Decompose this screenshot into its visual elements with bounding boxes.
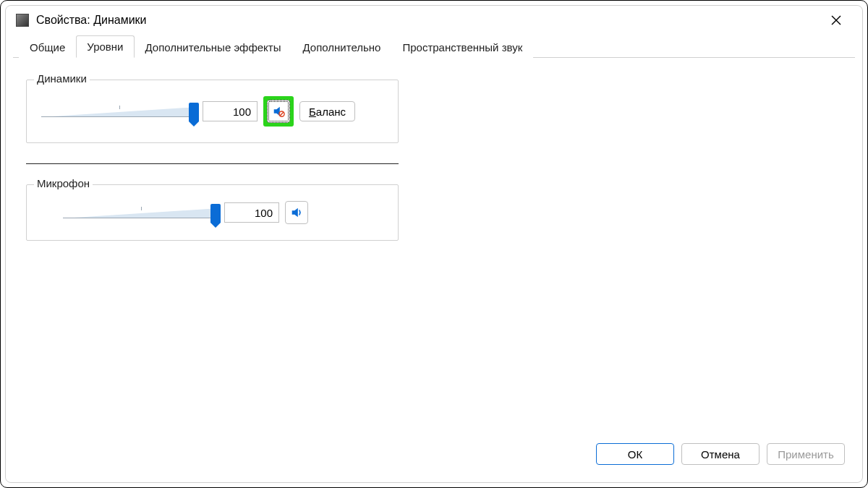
speaker-muted-icon <box>272 105 285 118</box>
close-button[interactable] <box>820 9 852 31</box>
speakers-group: Динамики <box>26 80 399 143</box>
microphone-label: Микрофон <box>34 177 93 189</box>
microphone-slider[interactable] <box>63 204 218 221</box>
dialog-content: Общие Уровни Дополнительные эффекты Допо… <box>6 35 862 482</box>
speakers-value[interactable] <box>203 101 258 121</box>
ok-button[interactable]: ОК <box>596 443 674 465</box>
cancel-button[interactable]: Отмена <box>681 443 760 465</box>
speakers-label: Динамики <box>34 72 90 85</box>
tab-advanced[interactable]: Дополнительно <box>292 36 391 58</box>
balance-rest: аланс <box>316 106 346 118</box>
speakers-slider[interactable] <box>41 103 197 120</box>
titlebar: Свойства: Динамики <box>6 6 862 35</box>
window-title: Свойства: Динамики <box>36 14 820 27</box>
tab-general[interactable]: Общие <box>19 36 76 58</box>
tab-spatial[interactable]: Пространственный звук <box>391 36 533 58</box>
tab-levels[interactable]: Уровни <box>76 35 134 58</box>
tab-strip: Общие Уровни Дополнительные эффекты Допо… <box>13 35 855 58</box>
microphone-row <box>41 201 383 224</box>
microphone-group: Микрофон <box>26 184 399 241</box>
tab-effects[interactable]: Дополнительные эффекты <box>135 36 292 58</box>
close-icon <box>831 15 841 25</box>
apply-button[interactable]: Применить <box>767 443 845 465</box>
speakers-row: Баланс <box>41 96 383 127</box>
microphone-mute-toggle[interactable] <box>285 201 308 224</box>
speaker-on-icon <box>290 206 303 219</box>
microphone-value[interactable] <box>224 202 279 223</box>
highlight-box <box>263 96 294 127</box>
speakers-mute-toggle[interactable] <box>267 100 290 123</box>
window-icon <box>16 14 29 27</box>
properties-dialog: Свойства: Динамики Общие Уровни Дополнит… <box>5 5 863 483</box>
levels-panel: Динамики <box>13 58 855 436</box>
divider <box>26 163 399 164</box>
balance-underline: Б <box>309 106 316 118</box>
dialog-buttons: ОК Отмена Применить <box>13 436 855 475</box>
svg-line-3 <box>280 112 284 116</box>
balance-button[interactable]: Баланс <box>299 101 355 121</box>
